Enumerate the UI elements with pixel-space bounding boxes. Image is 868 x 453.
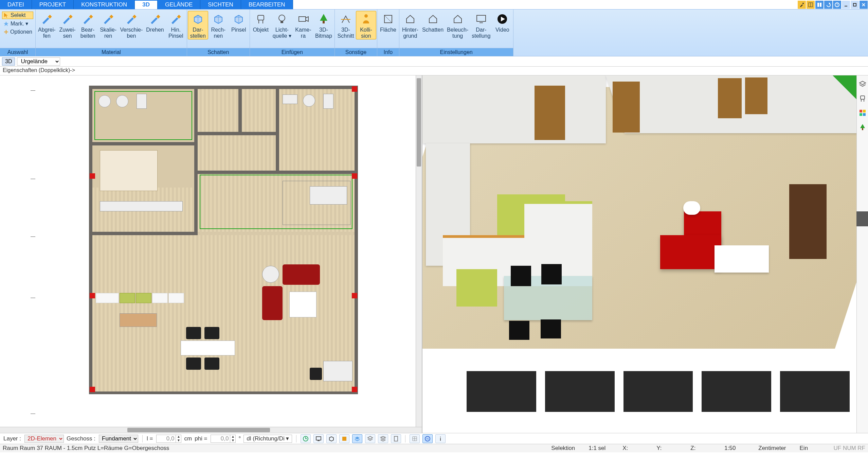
help-icon[interactable]: ? — [833, 1, 841, 9]
grid-icon[interactable] — [410, 434, 420, 443]
svg-rect-12 — [109, 15, 113, 18]
phi-field[interactable] — [211, 435, 230, 442]
undo-icon[interactable] — [824, 1, 832, 9]
svg-rect-21 — [299, 17, 306, 21]
info-icon[interactable] — [435, 434, 446, 443]
layer-select[interactable]: 2D-Elemen — [24, 435, 64, 443]
facade-windows — [467, 371, 850, 412]
spin-down-icon[interactable]: ▼ — [176, 439, 181, 442]
ribbon-material-brush-plus[interactable]: Zuwei- sen — [57, 11, 78, 39]
svg-point-0 — [802, 3, 804, 4]
status-selektion: Selektion — [551, 445, 575, 452]
ribbon-einstellungen-monitor[interactable]: Dar- stellung — [470, 11, 492, 39]
ribbon-material-brush-rotate[interactable]: Drehen — [144, 11, 165, 33]
tools-icon[interactable] — [798, 1, 806, 9]
select-button[interactable]: Selekt — [2, 12, 33, 19]
menu-tab-konstruktion[interactable]: KONSTRUKTION — [74, 0, 135, 9]
paint-icon[interactable] — [339, 434, 349, 443]
l-field[interactable] — [157, 435, 176, 442]
properties-hint[interactable]: Eigenschaften (Doppelklick)-> — [3, 67, 75, 73]
ribbon-material-brush-scale[interactable]: Skalie- ren — [98, 11, 119, 39]
ribbon-einstellungen-house-light[interactable]: Beleuch- tung — [445, 11, 470, 39]
svg-rect-45 — [440, 438, 441, 441]
menu-tab-datei[interactable]: DATEI — [0, 0, 32, 9]
panel-caption: Auswahl — [0, 48, 35, 56]
ribbon-einstellungen-play[interactable]: Video — [492, 11, 512, 33]
ribbon-sonstige-section[interactable]: 3D- Schnitt — [336, 11, 356, 39]
main-split — [0, 75, 868, 433]
ribbon-info-area[interactable]: Fläche — [378, 11, 398, 33]
context-bar-1: 3D Urgelände — [0, 56, 868, 67]
ribbon-material-brush-minus[interactable]: Abgrei- fen — [36, 11, 57, 39]
scene-3d[interactable] — [422, 75, 856, 427]
palette-expander[interactable] — [856, 211, 868, 226]
spin-down-icon[interactable]: ▼ — [230, 439, 235, 442]
chevron-down-icon: ▾ — [25, 20, 28, 27]
ribbon-material-brush-back[interactable]: Hin. Pinsel — [166, 11, 186, 39]
brush-minus-icon — [40, 12, 54, 26]
scrollbar-horizontal[interactable] — [0, 427, 422, 433]
floor-plan[interactable] — [31, 77, 412, 424]
ribbon-einstellungen-house-bg[interactable]: Hinter- grund — [400, 11, 420, 39]
ribbon-btn-label: Bear- beiten — [80, 27, 95, 39]
spin-up-icon[interactable]: ▲ — [230, 435, 235, 439]
l-input[interactable]: ▲▼ — [156, 435, 181, 443]
north-icon[interactable]: N — [422, 434, 433, 443]
mark-button[interactable]: Mark. ▾ — [2, 20, 33, 28]
menu-tab-bearbeiten[interactable]: BEARBEITEN — [241, 0, 293, 9]
panel-caption: Sonstige — [335, 48, 377, 56]
ribbon-schatten-cube-shade[interactable]: Dar- stellen — [188, 11, 208, 39]
svg-rect-34 — [860, 113, 862, 116]
window-close-icon[interactable] — [860, 1, 868, 9]
palette-tree-icon[interactable] — [858, 122, 867, 132]
menu-tab-3d[interactable]: 3D — [135, 0, 158, 9]
ribbon-material-brush-edit[interactable]: Bear- beiten — [78, 11, 98, 39]
menu-tab-gelaende[interactable]: GELÄNDE — [158, 0, 200, 9]
options-button[interactable]: Optionen — [2, 28, 33, 36]
status-bar: Raum Raum 37 RAUM - 1.5cm Putz L=Räume G… — [0, 444, 868, 452]
cube-icon[interactable] — [326, 434, 337, 443]
view-3d[interactable] — [422, 75, 868, 433]
terrain-select[interactable]: Urgelände — [17, 57, 60, 66]
clock-icon[interactable] — [301, 434, 311, 443]
spin-up-icon[interactable]: ▲ — [176, 435, 181, 439]
ribbon-einfuegen-tree[interactable]: 3D- Bitmap — [313, 11, 334, 39]
l-unit: cm — [184, 435, 192, 442]
ribbon-einfuegen-camera[interactable]: Kame- ra — [293, 11, 313, 39]
screen-icon[interactable] — [313, 434, 324, 443]
palette-swatches-icon[interactable] — [858, 108, 867, 118]
view-2d[interactable] — [0, 75, 422, 433]
ribbon-schatten-cube-calc[interactable]: Rech- nen — [208, 11, 229, 39]
window-tile-icon[interactable] — [815, 1, 824, 9]
ribbon-btn-label: Pinsel — [231, 27, 246, 33]
window-maximize-icon[interactable] — [851, 1, 859, 9]
ribbon-sonstige-person[interactable]: Kolli- sion — [356, 11, 376, 39]
ribbon-material-brush-move[interactable]: Verschie- ben — [119, 11, 145, 39]
svg-rect-15 — [177, 15, 181, 18]
ribbon-einstellungen-house-shade[interactable]: Schatten — [420, 11, 445, 33]
layers2-icon[interactable] — [365, 434, 375, 443]
svg-rect-22 — [323, 21, 325, 23]
geschoss-select[interactable]: Fundament — [99, 435, 138, 443]
svg-rect-40 — [342, 437, 346, 441]
doc-icon[interactable] — [391, 434, 401, 443]
palette-chair-icon[interactable] — [858, 94, 867, 103]
ribbon-btn-label: 3D- Bitmap — [315, 27, 332, 39]
stack-icon[interactable] — [378, 434, 388, 443]
plus-icon — [3, 29, 9, 35]
window-minimize-icon[interactable] — [842, 1, 850, 9]
menu-tab-sichten[interactable]: SICHTEN — [200, 0, 241, 9]
scrollbar-vertical[interactable] — [416, 75, 422, 427]
layers-icon[interactable] — [352, 434, 362, 443]
ribbon-einfuegen-chair[interactable]: Objekt — [251, 11, 271, 33]
layout-icon[interactable] — [807, 1, 815, 9]
ribbon-btn-label: Verschie- ben — [120, 27, 143, 39]
phi-input[interactable]: ▲▼ — [211, 435, 236, 443]
bulb-icon — [275, 12, 289, 26]
palette-layers-icon[interactable] — [858, 80, 867, 89]
menu-tab-projekt[interactable]: PROJEKT — [32, 0, 74, 9]
ribbon-einfuegen-bulb[interactable]: Licht- quelle ▾ — [271, 11, 293, 39]
dl-select[interactable]: dl (Richtung/Di ▾ — [243, 435, 292, 443]
ribbon-schatten-cube-brush[interactable]: Pinsel — [229, 11, 249, 33]
panel-caption: Einfügen — [250, 48, 334, 56]
